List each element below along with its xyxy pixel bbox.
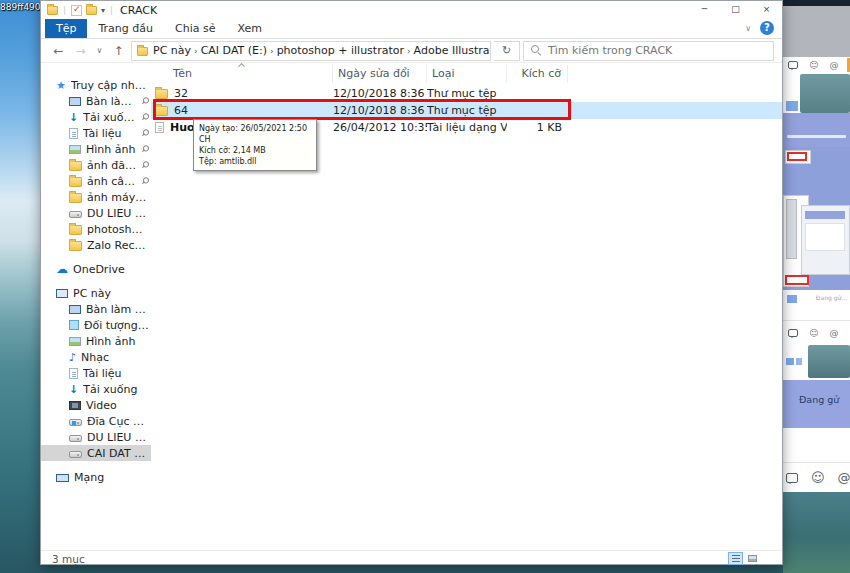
network-icon [56, 474, 69, 482]
search-box[interactable] [523, 41, 774, 61]
pictures-icon [69, 145, 81, 154]
tooltip-line: Tệp: amtlib.dll [199, 156, 311, 167]
download-icon: ↓ [69, 112, 78, 123]
minimize-button[interactable]: ─ [689, 1, 720, 19]
sidebar-item-oi-tuong-3d[interactable]: Đối tượng 3D [41, 317, 151, 333]
sidebar-item-cai-dat-e[interactable]: CAI DAT (E:) [41, 445, 151, 461]
music-icon: ♪ [69, 352, 76, 363]
column-header-loai[interactable]: Loại [427, 65, 507, 83]
cell-date-modified: 12/10/2018 8:36 SA [333, 104, 427, 117]
column-headers: TênNgày sửa đổiLoạiKích cỡ [151, 63, 782, 85]
file-list: TênNgày sửa đổiLoạiKích cỡ 3212/10/2018 … [151, 63, 782, 550]
column-header-kich-co[interactable]: Kích cỡ [507, 65, 568, 83]
close-button[interactable]: × [751, 1, 782, 19]
collapse-ribbon-icon[interactable]: ∨ [745, 24, 751, 33]
sidebar-item-mang[interactable]: Mạng [41, 469, 151, 485]
sidebar-item-tai-lieu[interactable]: Tài liệu [41, 365, 151, 381]
screen: 889ff490... ☺ @ Đang gử... [0, 0, 850, 573]
folder-icon [155, 89, 168, 99]
breadcrumb-segment-cai-dat-e[interactable]: CAI DAT (E:) [199, 44, 269, 57]
sidebar-item-tai-xuong[interactable]: ↓Tải xuống [41, 109, 151, 125]
separator: | [109, 5, 114, 15]
sidebar-item-tai-lieu[interactable]: Tài liệu [41, 125, 151, 141]
thumbnail-view-button[interactable] [745, 552, 760, 565]
cell-date-modified: 26/04/2012 10:35 SA [333, 121, 427, 134]
sidebar-item-label: Hình ảnh [86, 143, 136, 156]
recent-locations-icon[interactable]: ∨ [93, 41, 106, 61]
background-photo-thumb [800, 74, 850, 113]
table-row-32[interactable]: 3212/10/2018 8:36 SAThư mục tệp [151, 85, 782, 102]
navigation-pane: ★Truy cập nhanhBàn làm việc↓Tải xuốngTài… [41, 63, 151, 550]
file-name: 32 [174, 87, 188, 100]
sidebar-item-onedrive[interactable]: ☁OneDrive [41, 261, 151, 277]
breadcrumb-segment-adobe-illustrator-cs6[interactable]: Adobe Illustrator CS6 [412, 44, 491, 57]
sidebar-item-anh-ang-bai-keo[interactable]: ảnh đăng bài keo [41, 157, 151, 173]
sidebar-item-photoshop-illustr[interactable]: photoshop + illustr... [41, 221, 151, 237]
forward-button[interactable]: → [71, 41, 90, 61]
sidebar-item-anh-cay-loc-nuoc[interactable]: ảnh cây lọc nước [41, 173, 151, 189]
properties-icon[interactable] [71, 5, 82, 16]
sidebar-item-anh-may-thanh-ly[interactable]: ảnh máy thanh lý [41, 189, 151, 205]
desktop-icon [69, 305, 81, 314]
sidebar-item-zalo-received-files[interactable]: Zalo Received Files [41, 237, 151, 253]
sidebar-item-label: Tài liệu [83, 367, 149, 380]
folder-icon [69, 161, 82, 171]
help-icon[interactable]: ? [760, 21, 774, 35]
folder-icon [69, 241, 82, 251]
background-periwinkle-band-2 [783, 147, 850, 290]
sidebar-item-truy-cap-nhanh[interactable]: ★Truy cập nhanh [41, 77, 151, 93]
breadcrumb-segment-photoshop-illustrator[interactable]: photoshop + illustrator [275, 44, 406, 57]
cell-type: Thư mục tệp [427, 104, 507, 117]
sidebar-item-label: CAI DAT (E:) [87, 447, 149, 460]
sidebar-item-ban-lam-viec[interactable]: Bàn làm việc [41, 301, 151, 317]
objects-3d-icon [69, 320, 79, 330]
column-header-ngay-sua-oi[interactable]: Ngày sửa đổi [333, 65, 427, 83]
search-input[interactable] [548, 44, 766, 57]
pictures-icon [69, 337, 81, 346]
cell-type: Tài liệu dạng Văn ... [427, 121, 507, 134]
sidebar-item-label: PC này [73, 287, 149, 300]
refresh-button[interactable]: ↻ [494, 41, 520, 61]
details-view-button[interactable] [728, 552, 743, 565]
folder-icon[interactable] [47, 6, 58, 15]
view-buttons [728, 552, 760, 565]
qat-dropdown-icon[interactable]: ▾ [101, 5, 105, 16]
up-button[interactable]: ↑ [109, 41, 128, 61]
sidebar-item-ia-cuc-bo-c[interactable]: Đĩa Cục bộ (C:) [41, 413, 151, 429]
sidebar-item-du-lieu-d[interactable]: DU LIEU (D:) [41, 205, 151, 221]
tab-chia-se[interactable]: Chia sẻ [164, 19, 226, 38]
annotation-icon [786, 473, 798, 483]
quick-access-star-icon: ★ [56, 80, 66, 91]
sidebar-item-video[interactable]: Video [41, 397, 151, 413]
tab-tep[interactable]: Tệp [45, 19, 87, 38]
ribbon-right-controls: ∨ ? [745, 21, 774, 35]
smiley-icon: ☺ [811, 470, 825, 485]
title-bar: | ▾ | CRACK ─□× [41, 1, 782, 19]
comment-icon [788, 329, 798, 337]
address-bar[interactable]: PC này›CAI DAT (E:)›photoshop + illustra… [131, 41, 491, 61]
sidebar-item-pc-nay[interactable]: PC này [41, 285, 151, 301]
sidebar-item-tai-xuong[interactable]: ↓Tải xuống [41, 381, 151, 397]
sidebar-item-du-lieu-d[interactable]: DU LIEU (D:) [41, 429, 151, 445]
sidebar-item-nhac[interactable]: ♪Nhạc [41, 349, 151, 365]
sidebar-item-hinh-anh[interactable]: Hình ảnh [41, 141, 151, 157]
sidebar-item-label: Bàn làm việc [86, 95, 136, 108]
sidebar-item-label: Mạng [74, 471, 149, 484]
sidebar-item-label: Video [86, 399, 149, 412]
background-divider-1 [783, 320, 850, 321]
breadcrumb-segment-pc-nay[interactable]: PC này [151, 44, 193, 57]
search-icon [531, 45, 542, 56]
maximize-button[interactable]: □ [720, 1, 751, 19]
tab-xem[interactable]: Xem [226, 19, 273, 38]
sidebar-item-hinh-anh[interactable]: Hình ảnh [41, 333, 151, 349]
sidebar-item-label: Đối tượng 3D [84, 319, 149, 332]
download-icon: ↓ [69, 384, 78, 395]
back-button[interactable]: ← [49, 41, 68, 61]
table-row-64[interactable]: 6412/10/2018 8:36 SAThư mục tệp [151, 102, 782, 119]
background-blue-chip-2 [787, 295, 797, 303]
mention-icon: @ [829, 60, 838, 70]
tab-trang-au[interactable]: Trang đầu [87, 19, 164, 38]
cell-name: 32 [151, 87, 333, 100]
folder-icon[interactable] [86, 6, 97, 15]
sidebar-item-ban-lam-viec[interactable]: Bàn làm việc [41, 93, 151, 109]
